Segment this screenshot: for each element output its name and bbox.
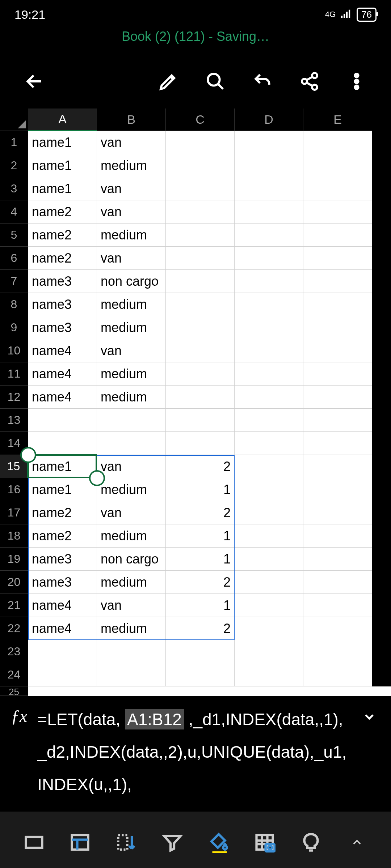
row-header[interactable]: 23 xyxy=(0,640,28,663)
cell[interactable] xyxy=(303,548,372,571)
cell[interactable]: name1 xyxy=(28,131,97,154)
cell[interactable]: non cargo xyxy=(97,270,166,293)
cell[interactable] xyxy=(303,617,372,640)
col-header-A[interactable]: A xyxy=(28,109,97,131)
row-header[interactable]: 18 xyxy=(0,524,28,548)
cell[interactable] xyxy=(166,386,235,409)
cell[interactable]: 2 xyxy=(166,617,235,640)
cell[interactable]: medium xyxy=(97,293,166,316)
row-header[interactable]: 25 xyxy=(0,686,28,696)
cell[interactable]: name4 xyxy=(28,594,97,617)
cell[interactable]: name4 xyxy=(28,339,97,362)
filter-button[interactable] xyxy=(156,826,189,859)
cell[interactable] xyxy=(97,640,166,663)
cell[interactable] xyxy=(303,200,372,224)
cell[interactable] xyxy=(28,409,97,432)
cell[interactable] xyxy=(303,339,372,362)
cell[interactable]: van xyxy=(97,177,166,200)
cell[interactable]: medium xyxy=(97,478,166,501)
cell[interactable] xyxy=(235,224,303,247)
search-button[interactable] xyxy=(196,61,235,101)
cell[interactable]: medium xyxy=(97,362,166,386)
cell[interactable] xyxy=(235,432,303,455)
cell[interactable]: 1 xyxy=(166,548,235,571)
cell[interactable] xyxy=(303,571,372,594)
cell[interactable] xyxy=(166,154,235,177)
draw-button[interactable] xyxy=(148,61,188,101)
cell[interactable] xyxy=(166,316,235,339)
cell[interactable] xyxy=(235,316,303,339)
cell[interactable]: medium xyxy=(97,524,166,548)
cell[interactable]: name3 xyxy=(28,571,97,594)
cell[interactable]: medium xyxy=(97,617,166,640)
row-header[interactable]: 22 xyxy=(0,617,28,640)
cell[interactable] xyxy=(166,362,235,386)
cell[interactable] xyxy=(235,524,303,548)
cell[interactable]: 2 xyxy=(166,455,235,478)
cell[interactable] xyxy=(235,571,303,594)
cell[interactable]: name2 xyxy=(28,247,97,270)
cell[interactable]: name3 xyxy=(28,316,97,339)
cell[interactable] xyxy=(303,432,372,455)
cell[interactable]: medium xyxy=(97,316,166,339)
cell[interactable] xyxy=(235,177,303,200)
cell[interactable] xyxy=(166,663,235,686)
cell[interactable] xyxy=(235,270,303,293)
cell[interactable] xyxy=(97,432,166,455)
row-header[interactable]: 13 xyxy=(0,409,28,432)
cell[interactable]: van xyxy=(97,247,166,270)
cell[interactable]: name2 xyxy=(28,501,97,524)
cell[interactable] xyxy=(303,501,372,524)
cell[interactable]: non cargo xyxy=(97,548,166,571)
row-header[interactable]: 3 xyxy=(0,177,28,200)
cell[interactable] xyxy=(235,409,303,432)
row-header[interactable]: 1 xyxy=(0,131,28,154)
undo-button[interactable] xyxy=(243,61,282,101)
row-header[interactable]: 11 xyxy=(0,362,28,386)
cell[interactable]: medium xyxy=(97,386,166,409)
col-header-B[interactable]: B xyxy=(97,109,166,131)
cell[interactable] xyxy=(303,455,372,478)
spreadsheet[interactable]: ABCDE 1name1van2name1medium3name1van4nam… xyxy=(0,109,391,686)
select-all-corner[interactable] xyxy=(0,109,28,131)
cell[interactable]: name3 xyxy=(28,270,97,293)
row-header[interactable]: 5 xyxy=(0,224,28,247)
cell[interactable] xyxy=(303,663,372,686)
camera-grid-button[interactable] xyxy=(248,826,281,859)
cell[interactable] xyxy=(28,432,97,455)
sort-button[interactable] xyxy=(110,826,143,859)
row-header[interactable]: 10 xyxy=(0,339,28,362)
cell[interactable]: name1 xyxy=(28,154,97,177)
cell[interactable] xyxy=(235,478,303,501)
cell[interactable] xyxy=(166,131,235,154)
cell[interactable] xyxy=(303,594,372,617)
cell[interactable]: medium xyxy=(97,571,166,594)
cell[interactable] xyxy=(303,640,372,663)
row-header[interactable]: 9 xyxy=(0,316,28,339)
row-header[interactable]: 4 xyxy=(0,200,28,224)
cell[interactable]: van xyxy=(97,339,166,362)
cell[interactable] xyxy=(303,478,372,501)
cell[interactable] xyxy=(28,640,97,663)
cell[interactable] xyxy=(97,409,166,432)
row-header[interactable]: 2 xyxy=(0,154,28,177)
cell[interactable] xyxy=(303,224,372,247)
cell[interactable] xyxy=(235,617,303,640)
cell[interactable] xyxy=(303,362,372,386)
cell[interactable]: 1 xyxy=(166,524,235,548)
card-view-button[interactable] xyxy=(18,826,50,859)
cell[interactable] xyxy=(235,663,303,686)
cell[interactable] xyxy=(166,224,235,247)
col-header-C[interactable]: C xyxy=(166,109,235,131)
cell[interactable] xyxy=(166,293,235,316)
cell[interactable] xyxy=(166,270,235,293)
grid-rows[interactable]: 1name1van2name1medium3name1van4name2van5… xyxy=(0,131,391,686)
cell[interactable]: 1 xyxy=(166,594,235,617)
ideas-button[interactable] xyxy=(295,826,327,859)
cell[interactable]: name2 xyxy=(28,524,97,548)
cell[interactable] xyxy=(235,200,303,224)
row-header[interactable]: 16 xyxy=(0,478,28,501)
cell[interactable]: van xyxy=(97,501,166,524)
cell[interactable] xyxy=(235,131,303,154)
fill-color-button[interactable] xyxy=(202,826,235,859)
